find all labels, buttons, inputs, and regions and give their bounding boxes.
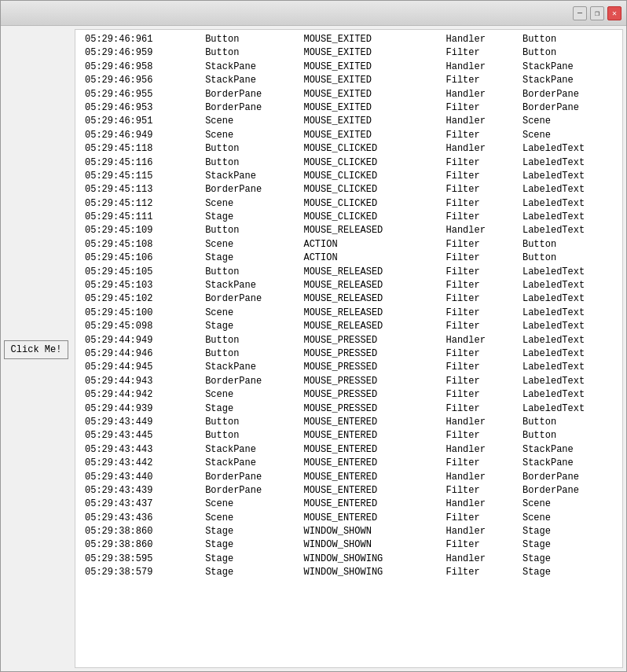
log-row: 05:29:45:118ButtonMOUSE_CLICKEDHandlerLa… (80, 142, 618, 156)
log-cell-time: 05:29:46:956 (80, 74, 200, 87)
log-cell-target: LabeledText (518, 375, 618, 388)
log-cell-type: Filter (441, 375, 517, 388)
log-cell-source: Button (200, 266, 299, 279)
log-cell-source: Stage (200, 566, 299, 579)
log-panel[interactable]: 05:29:46:961ButtonMOUSE_EXITEDHandlerBut… (75, 29, 623, 668)
log-cell-type: Filter (441, 211, 517, 224)
log-cell-time: 05:29:46:955 (80, 88, 200, 101)
log-cell-source: Stage (200, 553, 299, 566)
log-cell-type: Handler (441, 224, 517, 237)
log-cell-target: LabeledText (518, 347, 618, 361)
minimize-button[interactable]: — (573, 6, 587, 20)
log-cell-event: MOUSE_EXITED (299, 46, 441, 60)
log-cell-event: MOUSE_RELEASED (299, 307, 441, 320)
log-cell-source: Button (200, 46, 299, 60)
log-cell-event: MOUSE_EXITED (299, 61, 441, 74)
log-cell-target: LabeledText (518, 292, 618, 306)
log-cell-type: Handler (441, 33, 517, 46)
log-cell-target: LabeledText (518, 388, 618, 402)
log-row: 05:29:44:943BorderPaneMOUSE_PRESSEDFilte… (80, 375, 618, 388)
log-cell-target: LabeledText (518, 334, 618, 347)
log-cell-target: Button (518, 33, 618, 46)
log-cell-type: Filter (441, 429, 517, 442)
log-cell-target: Stage (518, 525, 618, 538)
content-area: Click Me! 05:29:46:961ButtonMOUSE_EXITED… (1, 26, 626, 671)
log-cell-type: Filter (441, 101, 517, 115)
log-cell-target: LabeledText (518, 156, 618, 170)
log-cell-event: ACTION (299, 238, 441, 252)
log-row: 05:29:45:105ButtonMOUSE_RELEASEDFilterLa… (80, 266, 618, 279)
log-cell-type: Filter (441, 279, 517, 292)
log-cell-type: Filter (441, 347, 517, 361)
log-cell-event: MOUSE_PRESSED (299, 375, 441, 388)
log-cell-target: StackPane (518, 457, 618, 470)
log-cell-event: MOUSE_RELEASED (299, 320, 441, 333)
log-row: 05:29:43:442StackPaneMOUSE_ENTEREDFilter… (80, 457, 618, 470)
log-cell-event: MOUSE_RELEASED (299, 292, 441, 306)
log-cell-target: BorderPane (518, 88, 618, 101)
log-cell-time: 05:29:45:109 (80, 224, 200, 237)
log-cell-source: StackPane (200, 61, 299, 74)
log-cell-time: 05:29:45:112 (80, 197, 200, 211)
log-cell-type: Filter (441, 266, 517, 279)
log-cell-target: LabeledText (518, 361, 618, 374)
log-cell-target: Stage (518, 566, 618, 579)
log-cell-source: StackPane (200, 361, 299, 374)
log-cell-type: Filter (441, 156, 517, 170)
log-cell-target: Button (518, 416, 618, 429)
log-cell-type: Filter (441, 320, 517, 333)
log-cell-type: Handler (441, 553, 517, 566)
close-button[interactable]: ✕ (607, 6, 622, 20)
log-cell-source: Scene (200, 197, 299, 211)
log-row: 05:29:43:437SceneMOUSE_ENTEREDHandlerSce… (80, 498, 618, 511)
log-row: 05:29:38:595StageWINDOW_SHOWINGHandlerSt… (80, 553, 618, 566)
log-cell-time: 05:29:45:105 (80, 266, 200, 279)
log-cell-event: MOUSE_EXITED (299, 74, 441, 87)
log-cell-event: WINDOW_SHOWN (299, 538, 441, 552)
log-cell-time: 05:29:46:959 (80, 46, 200, 60)
log-cell-target: LabeledText (518, 320, 618, 333)
log-row: 05:29:44:939StageMOUSE_PRESSEDFilterLabe… (80, 402, 618, 416)
log-cell-type: Filter (441, 388, 517, 402)
log-cell-time: 05:29:44:943 (80, 375, 200, 388)
click-me-button[interactable]: Click Me! (4, 340, 69, 359)
log-cell-type: Handler (441, 61, 517, 74)
log-row: 05:29:44:945StackPaneMOUSE_PRESSEDFilter… (80, 361, 618, 374)
log-cell-source: Stage (200, 252, 299, 265)
log-cell-event: MOUSE_ENTERED (299, 443, 441, 457)
log-cell-source: Scene (200, 498, 299, 511)
log-cell-source: Stage (200, 320, 299, 333)
log-cell-type: Handler (441, 525, 517, 538)
log-row: 05:29:45:100SceneMOUSE_RELEASEDFilterLab… (80, 307, 618, 320)
restore-button[interactable]: ❐ (590, 6, 604, 20)
log-cell-source: Button (200, 429, 299, 442)
log-cell-source: Scene (200, 307, 299, 320)
log-row: 05:29:43:443StackPaneMOUSE_ENTEREDHandle… (80, 443, 618, 457)
log-cell-type: Filter (441, 361, 517, 374)
log-cell-event: MOUSE_CLICKED (299, 170, 441, 183)
log-cell-source: StackPane (200, 457, 299, 470)
log-cell-source: Scene (200, 512, 299, 525)
log-cell-target: Button (518, 429, 618, 442)
log-cell-source: BorderPane (200, 471, 299, 484)
log-cell-event: MOUSE_PRESSED (299, 388, 441, 402)
log-cell-time: 05:29:45:102 (80, 292, 200, 306)
log-cell-time: 05:29:46:949 (80, 129, 200, 142)
log-cell-target: BorderPane (518, 471, 618, 484)
log-cell-event: MOUSE_RELEASED (299, 224, 441, 237)
log-cell-source: Scene (200, 238, 299, 252)
log-cell-type: Filter (441, 292, 517, 306)
log-cell-time: 05:29:45:111 (80, 211, 200, 224)
log-cell-target: LabeledText (518, 142, 618, 156)
log-cell-type: Filter (441, 307, 517, 320)
log-cell-type: Filter (441, 252, 517, 265)
log-row: 05:29:45:108SceneACTIONFilterButton (80, 238, 618, 252)
log-cell-target: LabeledText (518, 211, 618, 224)
log-cell-target: LabeledText (518, 224, 618, 237)
log-cell-event: MOUSE_CLICKED (299, 156, 441, 170)
log-row: 05:29:45:112SceneMOUSE_CLICKEDFilterLabe… (80, 197, 618, 211)
log-cell-time: 05:29:45:103 (80, 279, 200, 292)
log-cell-time: 05:29:43:440 (80, 471, 200, 484)
log-cell-time: 05:29:45:115 (80, 170, 200, 183)
log-cell-source: StackPane (200, 279, 299, 292)
